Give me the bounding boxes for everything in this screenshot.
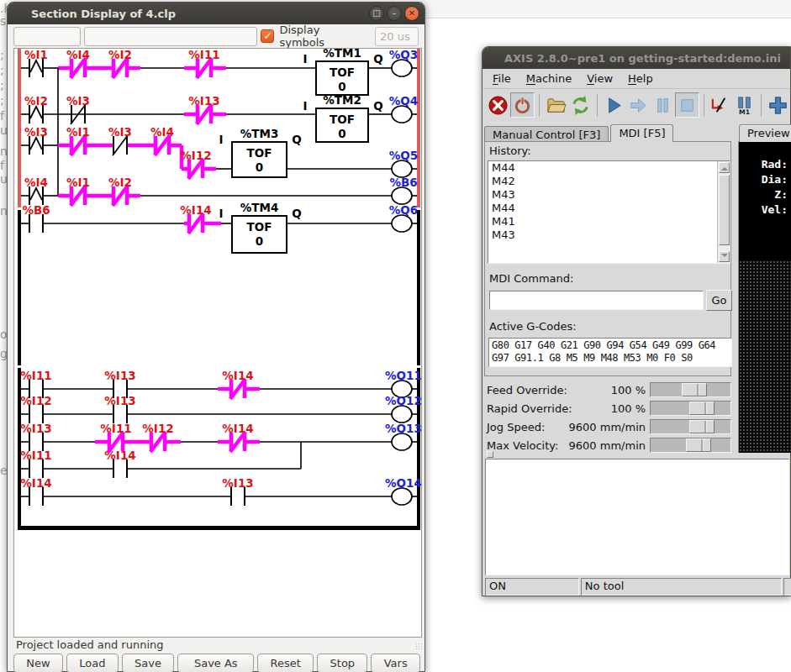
ladder-label: %I1 (24, 49, 48, 61)
mdi-command-input[interactable] (489, 291, 704, 310)
tab-mdi-f5-[interactable]: MDI [F5] (610, 124, 673, 142)
ladder-contact-edge (30, 188, 42, 200)
background-fragment: ; (0, 63, 4, 76)
override-label: Max Velocity: (487, 439, 558, 452)
menu-file[interactable]: File (493, 72, 511, 85)
toolbar-separator (761, 94, 762, 117)
section-select-field[interactable] (13, 27, 81, 46)
display-symbols-checkbox[interactable]: ✓ (261, 29, 274, 43)
screen: .hasu;;;; Lf [ugndf [ugnco [ger Section … (0, 0, 791, 672)
axis-titlebar[interactable]: AXIS 2.8.0~pre1 on getting-started:demo.… (483, 47, 790, 69)
scroll-down-icon[interactable] (719, 251, 730, 262)
machine-power-icon[interactable] (510, 92, 535, 118)
history-item[interactable]: M43 (488, 228, 730, 242)
history-item[interactable]: M42 (488, 175, 730, 188)
step-icon[interactable] (626, 92, 651, 118)
slider-handle[interactable] (682, 383, 707, 396)
history-scrollbar[interactable] (717, 161, 730, 263)
override-label: Rapid Override: (487, 402, 572, 415)
ladder-label: %TM1 (323, 49, 361, 60)
ladder-label: TOF (247, 220, 272, 234)
tab-preview[interactable]: Preview (739, 124, 791, 142)
override-slider[interactable] (650, 382, 731, 397)
scrollbar-thumb[interactable] (719, 175, 730, 245)
close-icon[interactable]: ✕ (404, 6, 419, 21)
maximize-icon[interactable]: □ (369, 6, 384, 21)
ladder-label: 0 (338, 127, 345, 140)
ladder-label: %I1 (66, 176, 90, 189)
menu-machine[interactable]: Machine (526, 72, 572, 85)
load-button[interactable]: Load (66, 654, 119, 672)
go-button[interactable]: Go (706, 290, 732, 311)
override-slider[interactable] (650, 438, 731, 453)
open-file-icon[interactable] (544, 92, 568, 118)
ladder-rail (18, 210, 21, 365)
history-item[interactable]: M44 (488, 161, 730, 175)
reload-icon[interactable] (568, 92, 593, 118)
message-area[interactable] (485, 459, 789, 575)
slider-handle[interactable] (689, 420, 715, 433)
background-fragment: ; (0, 48, 4, 61)
override-value: 9600 mm/min (569, 421, 646, 433)
menu-view[interactable]: View (587, 72, 613, 85)
scan-period-input[interactable] (375, 27, 419, 46)
skip-lines-icon[interactable] (708, 92, 732, 118)
ladder-coil (392, 187, 412, 204)
mdi-panel: History: M44M42M43M44M41M43 MDI Command:… (484, 141, 731, 376)
preview-canvas[interactable]: Rad:Dia:Z:Vel: (738, 141, 791, 453)
new-button[interactable]: New (13, 654, 63, 672)
tab-manual-control-f3-[interactable]: Manual Control [F3] (484, 126, 609, 142)
mdi-history-list[interactable]: M44M42M43M44M41M43 (488, 160, 730, 264)
ladder-coil (392, 433, 412, 450)
axis-toolbar: M1 (483, 89, 790, 121)
estop-icon[interactable] (486, 92, 510, 118)
ladder-label: 0 (256, 234, 263, 248)
ladder-diagram: %I1%I4%I2%I11%I2%I3%I13%I3%I1%I3%I4%I12%… (14, 49, 421, 635)
scroll-up-icon[interactable] (719, 162, 730, 173)
ladder-canvas: %I1%I4%I2%I11%I2%I3%I13%I3%I1%I3%I4%I12%… (13, 48, 422, 638)
clp-titlebar[interactable]: Section Display of 4.clp □ – ✕ (8, 3, 425, 24)
section-name-field[interactable] (84, 27, 258, 46)
reset-button[interactable]: Reset (257, 654, 314, 672)
stop-button[interactable]: Stop (317, 654, 367, 672)
axis-menubar: FileMachineViewHelp (483, 69, 790, 89)
pause-icon[interactable] (651, 92, 675, 118)
ladder-label: %I13 (222, 476, 253, 490)
ladder-label: %I2 (108, 176, 132, 189)
sash-grip[interactable] (487, 451, 493, 458)
minimize-icon[interactable]: – (387, 6, 402, 21)
ladder-label: %Q6 (389, 203, 418, 217)
run-icon[interactable] (602, 92, 626, 118)
menu-help[interactable]: Help (628, 72, 653, 85)
override-slider[interactable] (650, 401, 731, 416)
ladder-label: 0 (256, 160, 263, 174)
axis-tabs: Manual Control [F3]MDI [F5] (484, 124, 675, 142)
ladder-label: %Q12 (385, 394, 421, 407)
statusbar-cell: ON (485, 578, 579, 596)
resize-grip[interactable] (415, 643, 422, 649)
zoom-in-icon[interactable] (766, 92, 790, 118)
history-item[interactable]: M41 (488, 215, 730, 228)
clp-status-text: Project loaded and running (16, 638, 164, 651)
override-slider[interactable] (650, 419, 731, 434)
ladder-label: %I13 (20, 422, 51, 435)
ladder-label: %I11 (100, 422, 131, 435)
ladder-label: %Q11 (385, 369, 421, 382)
save-button[interactable]: Save (122, 654, 175, 672)
ladder-label: TOF (330, 66, 355, 79)
history-item[interactable]: M43 (488, 188, 730, 202)
svg-text:M1: M1 (739, 108, 750, 116)
slider-handle[interactable] (689, 402, 715, 415)
optional-stop-icon[interactable]: M1 (732, 92, 757, 118)
active-gcodes-label: Active G-Codes: (489, 320, 577, 333)
slider-handle[interactable] (686, 438, 711, 452)
axis-window-title: AXIS 2.8.0~pre1 on getting-started:demo.… (504, 52, 785, 65)
toolbar-separator (597, 94, 598, 117)
history-item[interactable]: M44 (488, 202, 730, 215)
save-as-button[interactable]: Save As (177, 654, 254, 672)
stop-icon[interactable] (675, 92, 699, 118)
ladder-rail (417, 368, 420, 530)
ladder-label: %Q3 (389, 49, 418, 61)
display-symbols-label: Display symbols (279, 24, 368, 49)
vars-button[interactable]: Vars (371, 654, 420, 672)
